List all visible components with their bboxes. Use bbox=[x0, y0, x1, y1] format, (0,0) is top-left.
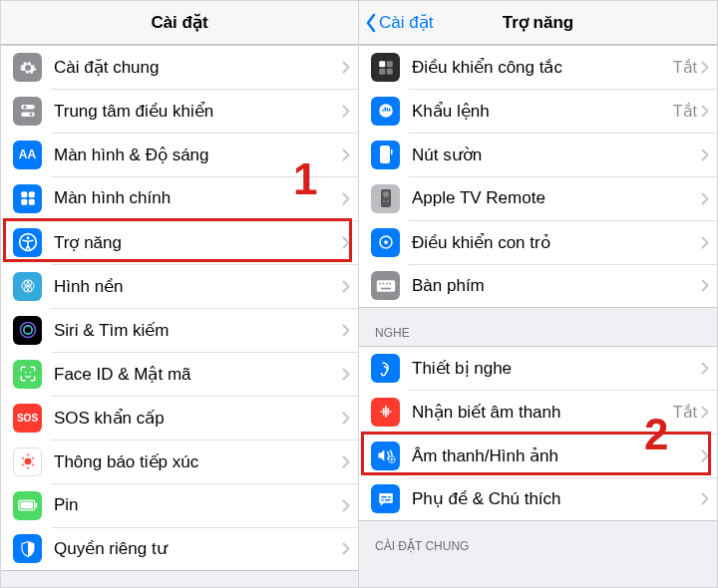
svg-rect-42 bbox=[379, 282, 381, 284]
keyboard-icon bbox=[371, 271, 400, 300]
chevron-right-icon bbox=[342, 236, 350, 249]
chevron-right-icon bbox=[342, 542, 350, 555]
svg-point-15 bbox=[23, 326, 31, 334]
row-label: SOS khẩn cấp bbox=[54, 408, 342, 429]
svg-rect-34 bbox=[391, 149, 393, 154]
hearing-icon bbox=[371, 354, 400, 383]
row-value: Tắt bbox=[673, 58, 697, 77]
svg-rect-45 bbox=[389, 282, 391, 284]
settings-row[interactable]: Thông báo tiếp xúc bbox=[1, 440, 358, 483]
chevron-right-icon bbox=[342, 368, 350, 381]
page-title: Trợ năng bbox=[503, 12, 573, 33]
settings-row[interactable]: Face ID & Mật mã bbox=[1, 352, 358, 396]
appletv-remote-icon bbox=[371, 184, 400, 213]
row-value: Tắt bbox=[673, 102, 697, 121]
chevron-right-icon bbox=[701, 362, 709, 375]
right-list: Điều khiển công tắcTắtKhẩu lệnhTắtNút sư… bbox=[359, 45, 717, 559]
header: Cài đặt bbox=[1, 1, 358, 45]
row-label: Âm thanh/Hình ảnh bbox=[412, 445, 701, 466]
svg-point-21 bbox=[21, 463, 24, 466]
chevron-right-icon bbox=[701, 148, 709, 161]
settings-row[interactable]: Hình nền bbox=[1, 264, 358, 308]
chevron-right-icon bbox=[701, 236, 709, 249]
svg-rect-27 bbox=[35, 503, 37, 508]
svg-point-3 bbox=[29, 113, 32, 116]
row-label: Hình nền bbox=[54, 276, 342, 297]
svg-rect-6 bbox=[21, 199, 27, 205]
privacy-icon bbox=[13, 534, 42, 563]
accessibility-row[interactable]: Nút sườn bbox=[359, 133, 717, 176]
accessibility-row[interactable]: Bàn phím bbox=[359, 264, 717, 308]
svg-point-23 bbox=[26, 453, 29, 456]
settings-row[interactable]: SOSSOS khẩn cấp bbox=[1, 396, 358, 440]
row-label: Face ID & Mật mã bbox=[54, 364, 342, 385]
gear-icon bbox=[13, 53, 42, 82]
wallpaper-icon bbox=[13, 272, 42, 301]
siri-icon bbox=[13, 316, 42, 345]
settings-row[interactable]: Siri & Tìm kiếm bbox=[1, 308, 358, 352]
chevron-right-icon bbox=[701, 492, 709, 505]
settings-row[interactable]: Quyền riêng tư bbox=[1, 527, 358, 571]
row-label: Nhận biết âm thanh bbox=[412, 402, 673, 423]
sos-icon: SOS bbox=[13, 404, 42, 433]
chevron-right-icon bbox=[701, 192, 709, 205]
svg-rect-51 bbox=[381, 499, 383, 501]
svg-rect-1 bbox=[21, 113, 35, 118]
row-label: Trung tâm điều khiển bbox=[54, 101, 342, 122]
chevron-right-icon bbox=[701, 406, 709, 419]
settings-row[interactable]: Trợ năng bbox=[1, 220, 358, 264]
exposure-icon bbox=[13, 447, 42, 476]
section-header-general: CÀI ĐẶT CHUNG bbox=[359, 521, 717, 559]
chevron-right-icon bbox=[701, 61, 709, 74]
settings-row[interactable]: Pin bbox=[1, 483, 358, 527]
chevron-right-icon bbox=[342, 61, 350, 74]
hearing-row[interactable]: Phụ đề & Chú thích bbox=[359, 477, 717, 521]
svg-rect-4 bbox=[21, 191, 27, 197]
svg-point-24 bbox=[26, 466, 29, 469]
row-value: Tắt bbox=[673, 403, 697, 422]
row-label: Bàn phím bbox=[412, 276, 701, 296]
display-icon: AA bbox=[13, 141, 42, 169]
accessibility-row[interactable]: Điều khiển công tắcTắt bbox=[359, 45, 717, 89]
svg-rect-7 bbox=[28, 199, 34, 205]
accessibility-row[interactable]: Khẩu lệnhTắt bbox=[359, 89, 717, 133]
chevron-right-icon bbox=[701, 105, 709, 118]
svg-point-14 bbox=[20, 323, 35, 338]
chevron-right-icon bbox=[701, 449, 709, 462]
back-button[interactable]: Cài đặt bbox=[365, 12, 433, 33]
svg-rect-43 bbox=[382, 282, 384, 284]
accessibility-row[interactable]: Apple TV Remote bbox=[359, 176, 717, 220]
chevron-right-icon bbox=[342, 499, 350, 512]
row-label: Thông báo tiếp xúc bbox=[54, 451, 342, 472]
row-label: Điều khiển con trỏ bbox=[412, 232, 701, 253]
left-list: Cài đặt chungTrung tâm điều khiểnAAMàn h… bbox=[1, 45, 358, 571]
row-label: Màn hình & Độ sáng bbox=[54, 145, 342, 165]
settings-row[interactable]: Màn hình chính bbox=[1, 176, 358, 220]
svg-rect-50 bbox=[388, 496, 390, 498]
svg-rect-33 bbox=[380, 146, 390, 163]
chevron-right-icon bbox=[342, 280, 350, 293]
row-label: Điều khiển công tắc bbox=[412, 57, 673, 78]
accessibility-row[interactable]: Điều khiển con trỏ bbox=[359, 220, 717, 264]
chevron-right-icon bbox=[342, 412, 350, 425]
settings-row[interactable]: Cài đặt chung bbox=[1, 45, 358, 89]
svg-rect-26 bbox=[20, 502, 33, 509]
chevron-right-icon bbox=[342, 105, 350, 118]
side-button-icon bbox=[371, 141, 400, 169]
svg-rect-29 bbox=[386, 61, 392, 67]
svg-point-9 bbox=[26, 236, 29, 239]
voice-control-icon bbox=[371, 97, 400, 126]
hearing-row[interactable]: Âm thanh/Hình ảnh bbox=[359, 434, 717, 477]
svg-point-48 bbox=[390, 458, 392, 460]
hearing-row[interactable]: Thiết bị nghe bbox=[359, 346, 717, 390]
svg-rect-49 bbox=[381, 496, 386, 498]
settings-row[interactable]: Trung tâm điều khiển bbox=[1, 89, 358, 133]
row-label: Siri & Tìm kiếm bbox=[54, 320, 342, 341]
faceid-icon bbox=[13, 360, 42, 389]
row-label: Nút sườn bbox=[412, 145, 701, 165]
hearing-row[interactable]: Nhận biết âm thanhTắt bbox=[359, 390, 717, 434]
row-label: Cài đặt chung bbox=[54, 57, 342, 78]
svg-rect-44 bbox=[386, 282, 388, 284]
row-label: Khẩu lệnh bbox=[412, 101, 673, 122]
settings-row[interactable]: AAMàn hình & Độ sáng bbox=[1, 133, 358, 176]
